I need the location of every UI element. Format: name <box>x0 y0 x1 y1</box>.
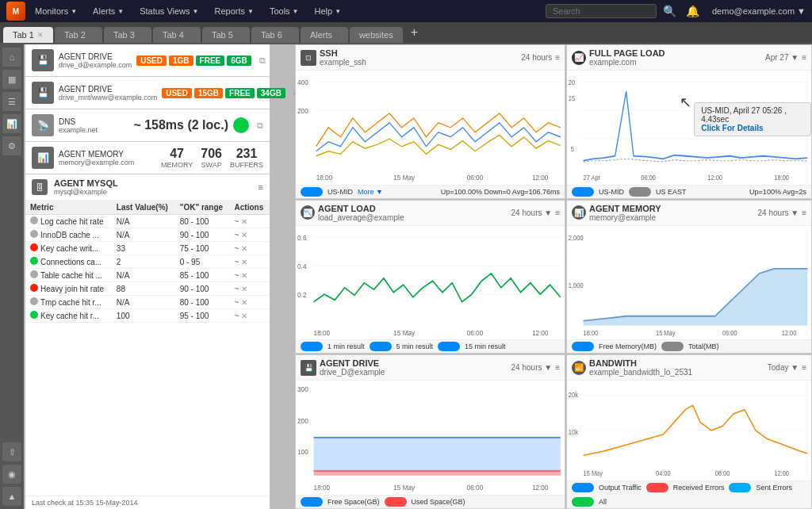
agent-drive-bottom-icon: 💾 <box>301 360 316 376</box>
tab-2[interactable]: Tab 2 <box>55 27 102 43</box>
free-value-2: 34GB <box>257 88 285 98</box>
tab-5[interactable]: Tab 5 <box>202 27 250 43</box>
sidebar-bottom-icon2[interactable]: ▲ <box>2 487 21 506</box>
ssh-stats: Up=100.00% Down=0 Avg=106.76ms <box>441 188 560 196</box>
agent-drive-2-icon: 💾 <box>32 82 54 104</box>
ssh-toggle[interactable] <box>301 187 323 197</box>
agent-drive-bottom-menu[interactable]: ≡ <box>555 363 560 372</box>
svg-text:18:00: 18:00 <box>316 173 333 182</box>
tab-4[interactable]: Tab 4 <box>153 27 201 43</box>
svg-text:15 May: 15 May <box>656 327 676 336</box>
svg-text:06:00: 06:00 <box>467 173 484 182</box>
svg-text:200: 200 <box>297 417 308 426</box>
load-1min-toggle[interactable] <box>301 342 323 351</box>
svg-text:200: 200 <box>297 106 308 115</box>
agent-load-timerange[interactable]: 24 hours ▼ <box>511 209 553 217</box>
fpl-usmid-toggle[interactable] <box>572 187 594 197</box>
agent-memory-menu[interactable]: ≡ <box>802 209 806 217</box>
buffers-label: BUFFERS <box>230 161 263 169</box>
agent-drive-chart: 300 200 100 18:00 15 May 06:00 12:00 <box>296 381 565 495</box>
sidebar-share-icon[interactable]: ⇧ <box>2 442 21 461</box>
alerts-caret: ▼ <box>117 8 124 15</box>
tab-3[interactable]: Tab 3 <box>104 27 151 43</box>
fpl-menu-icon[interactable]: ≡ <box>802 53 806 62</box>
nav-monitors[interactable]: Monitors ▼ <box>29 3 83 19</box>
agent-drive-legend: Free Space(GB) Used Space(GB) <box>296 495 565 508</box>
svg-text:15: 15 <box>569 94 575 102</box>
mysql-table-row: Log cache hit rate N/A 80 - 100 ~ ✕ <box>25 215 270 228</box>
buffers-value: 231 <box>230 147 263 161</box>
mysql-menu-icon[interactable]: ≡ <box>259 182 263 192</box>
nav-status-views[interactable]: Status Views ▼ <box>133 3 205 19</box>
svg-text:27 Apr: 27 Apr <box>584 173 601 182</box>
cursor-icon: ↖ <box>680 94 691 111</box>
bw-sent-toggle[interactable] <box>729 483 751 492</box>
svg-text:18:00: 18:00 <box>314 483 331 492</box>
bandwidth-panel: 📶 BANDWITH example_bandwidth_lo_2531 Tod… <box>566 354 812 509</box>
dns-menu[interactable]: ⧉ <box>257 121 263 131</box>
agent-load-header: 📉 AGENT LOAD load_average@example 24 hou… <box>296 201 565 226</box>
agent-load-menu[interactable]: ≡ <box>555 209 560 217</box>
sidebar-tools-icon[interactable]: ⚙ <box>2 136 21 155</box>
agent-drive-1-widget: 💾 AGENT DRIVE drive_d@example.com USED 1… <box>25 44 270 77</box>
drive-used-toggle[interactable] <box>385 497 407 507</box>
agent-memory-timerange[interactable]: 24 hours ▼ <box>758 209 799 217</box>
agent-memory-legend: Free Memory(MB) Total(MB) <box>567 339 811 353</box>
fpl-stats: Up=100% Avg=2s <box>749 188 806 196</box>
bw-output-toggle[interactable] <box>572 483 594 492</box>
mysql-table-row: Connections ca... 2 0 - 95 ~ ✕ <box>25 255 270 269</box>
sidebar-bottom-icon1[interactable]: ◉ <box>2 465 21 484</box>
mem-free-toggle[interactable] <box>572 342 594 351</box>
sidebar-home-icon[interactable]: ⌂ <box>2 48 21 67</box>
sidebar-list-icon[interactable]: ☰ <box>2 92 21 111</box>
mem-total-toggle[interactable] <box>661 342 684 351</box>
ssh-more-link[interactable]: More ▼ <box>358 188 383 196</box>
nav-alerts[interactable]: Alerts ▼ <box>86 3 130 19</box>
svg-text:12:00: 12:00 <box>532 483 549 492</box>
memory-stats: 47 MEMORY 706 SWAP 231 BUFFERS <box>161 147 263 169</box>
main-content: ⌂ ▦ ☰ 📊 ⚙ ⇧ ◉ ▲ ⊡ SSH example_ssh 24 hou… <box>0 44 812 509</box>
fpl-usmid-label: US-MID <box>599 188 624 196</box>
tab-1-close[interactable]: ✕ <box>37 31 44 39</box>
search-input[interactable] <box>546 4 657 18</box>
nav-help[interactable]: Help ▼ <box>308 3 348 19</box>
buffers-stat: 231 BUFFERS <box>230 147 263 169</box>
svg-text:04:00: 04:00 <box>656 470 671 478</box>
tab-add-button[interactable]: + <box>404 22 424 43</box>
nav-reports[interactable]: Reports ▼ <box>208 3 259 19</box>
notification-icon[interactable]: 🔔 <box>683 5 703 17</box>
bandwidth-icon: 📶 <box>572 361 586 375</box>
sidebar-grid-icon[interactable]: ▦ <box>2 70 21 89</box>
agent-drive-bottom-timerange[interactable]: 24 hours ▼ <box>511 363 553 372</box>
agent-load-panel: 📉 AGENT LOAD load_average@example 24 hou… <box>295 200 565 354</box>
agent-drive-1-menu[interactable]: ⧉ <box>259 55 266 66</box>
search-icon[interactable]: 🔍 <box>660 5 680 17</box>
tab-1[interactable]: Tab 1 ✕ <box>3 27 53 43</box>
bw-all-toggle[interactable] <box>572 497 594 507</box>
user-menu[interactable]: demo@example.com ▼ <box>712 6 806 16</box>
dns-icon: 📡 <box>32 114 54 136</box>
tab-6[interactable]: Tab 6 <box>251 27 299 43</box>
tab-websites[interactable]: websites <box>350 27 403 43</box>
svg-text:18:00: 18:00 <box>774 173 789 182</box>
agent-memory-panel-icon: 📊 <box>572 205 586 220</box>
tab-alerts[interactable]: Alerts <box>301 27 348 43</box>
bw-received-toggle[interactable] <box>646 483 668 492</box>
drive-free-toggle[interactable] <box>301 497 323 507</box>
top-navigation: M Monitors ▼ Alerts ▼ Status Views ▼ Rep… <box>0 0 812 22</box>
mysql-footer: Last check at 15:35 15-May-2014 <box>25 496 270 509</box>
mysql-icon: 🗄 <box>32 179 48 195</box>
bandwidth-header: 📶 BANDWITH example_bandwidth_lo_2531 Tod… <box>567 355 811 381</box>
bandwidth-timerange[interactable]: Today ▼ <box>768 363 799 372</box>
ssh-timerange[interactable]: 24 hours <box>521 53 552 62</box>
load-5min-toggle[interactable] <box>370 342 392 351</box>
col-metric: Metric <box>25 201 112 215</box>
ssh-menu-icon[interactable]: ≡ <box>555 53 560 62</box>
fpl-timerange[interactable]: Apr 27 ▼ <box>765 53 799 62</box>
sidebar-chart-icon[interactable]: 📊 <box>2 114 21 133</box>
fpl-useast-toggle[interactable] <box>629 187 651 197</box>
nav-tools[interactable]: Tools ▼ <box>263 3 305 19</box>
bandwidth-menu[interactable]: ≡ <box>802 363 806 372</box>
load-15min-toggle[interactable] <box>438 342 460 351</box>
svg-text:12:00: 12:00 <box>532 328 549 337</box>
